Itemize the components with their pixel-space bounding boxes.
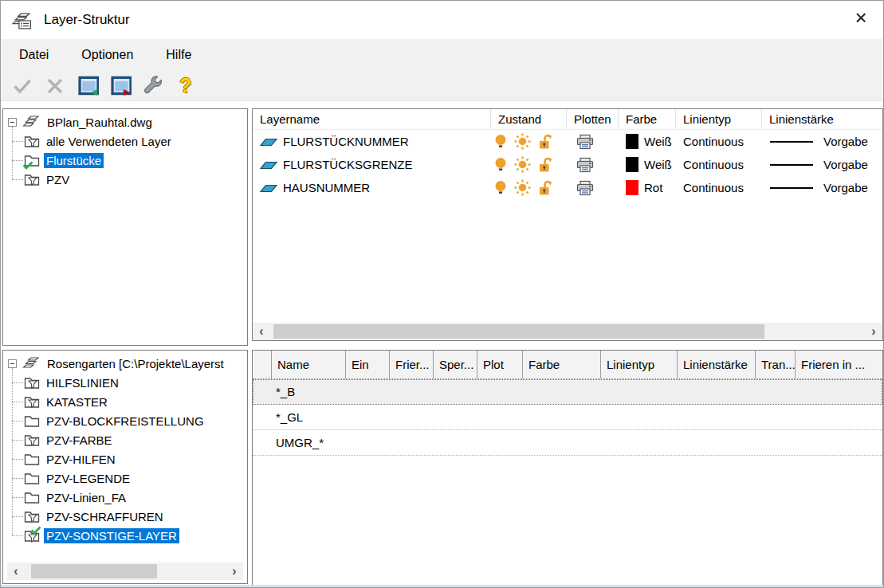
- apply-button[interactable]: [12, 76, 33, 96]
- collapse-toggle-icon[interactable]: [8, 118, 17, 127]
- filter-table-panel: Name Ein Frier... Sper... Plot Farbe Lin…: [252, 350, 883, 586]
- folder-filter-check-icon: [24, 529, 40, 543]
- project-tree: Rosengarten [C:\Projekte\Layerst HILFSLI…: [3, 351, 247, 545]
- menu-optionen[interactable]: Optionen: [69, 43, 145, 67]
- tree-item-pzv[interactable]: PZV: [3, 170, 247, 189]
- lock-open-icon[interactable]: [538, 157, 553, 173]
- lock-open-icon[interactable]: [538, 134, 553, 150]
- column-header-frieren[interactable]: Frier...: [390, 351, 434, 378]
- column-header-name[interactable]: Name: [272, 351, 346, 378]
- layer-row[interactable]: FLURSTÜCKNUMMER Weiß Continuous Vorgabe: [253, 130, 882, 153]
- layer-row[interactable]: FLURSTÜCKSGRENZE Weiß Continuous Vorgabe: [253, 153, 882, 176]
- filter-row[interactable]: UMGR_*: [253, 430, 882, 456]
- scrollbar-track[interactable]: [270, 323, 865, 340]
- printer-icon[interactable]: [576, 134, 594, 150]
- column-header-layername[interactable]: Layername: [253, 109, 491, 129]
- tree-item-pzv-blockfreistellung[interactable]: PZV-BLOCKFREISTELLUNG: [3, 411, 247, 430]
- tree-item-pzv-farbe[interactable]: PZV-FARBE: [3, 430, 247, 449]
- scroll-right-icon[interactable]: ›: [865, 323, 882, 340]
- folder-icon: [24, 472, 40, 485]
- menu-datei[interactable]: Datei: [7, 43, 61, 67]
- project-tree-hscrollbar[interactable]: ‹ ›: [7, 563, 243, 580]
- tree-root-project[interactable]: Rosengarten [C:\Projekte\Layerst: [3, 354, 247, 373]
- color-swatch[interactable]: [626, 180, 638, 195]
- color-swatch[interactable]: [626, 134, 638, 149]
- lock-open-icon[interactable]: [538, 180, 553, 196]
- menu-hilfe[interactable]: Hilfe: [154, 43, 203, 67]
- tree-item-label[interactable]: PZV-SCHRAFFUREN: [44, 509, 166, 524]
- transfer-right-button[interactable]: [110, 76, 131, 96]
- column-header-linienstaerke[interactable]: Linienstärke: [762, 109, 882, 129]
- tree-item-alle-verwendeten-layer[interactable]: alle Verwendeten Layer: [3, 131, 247, 151]
- tree-root-label[interactable]: BPlan_Rauhtal.dwg: [45, 115, 155, 130]
- tree-item-label[interactable]: PZV-Linien_FA: [44, 490, 128, 505]
- scrollbar-track[interactable]: [25, 563, 226, 580]
- tree-item-label[interactable]: Flurstücke: [44, 153, 104, 168]
- column-header-linientyp[interactable]: Linientyp: [676, 109, 762, 129]
- folder-filter-icon: [24, 173, 40, 186]
- linetype-value[interactable]: Continuous: [683, 181, 744, 194]
- settings-button[interactable]: [143, 76, 163, 96]
- tree-item-label[interactable]: KATASTER: [44, 394, 110, 410]
- cancel-button[interactable]: [45, 76, 65, 96]
- scrollbar-thumb[interactable]: [273, 324, 764, 339]
- tree-root-label[interactable]: Rosengarten [C:\Projekte\Layerst: [45, 356, 226, 371]
- column-header-zustand[interactable]: Zustand: [491, 109, 567, 129]
- scrollbar-thumb[interactable]: [31, 564, 157, 578]
- printer-icon[interactable]: [576, 157, 594, 173]
- collapse-toggle-icon[interactable]: [8, 359, 17, 368]
- tree-item-label[interactable]: PZV-BLOCKFREISTELLUNG: [44, 414, 206, 429]
- color-swatch[interactable]: [626, 157, 638, 172]
- linetype-value[interactable]: Continuous: [683, 158, 744, 171]
- tree-item-label[interactable]: PZV-LEGENDE: [44, 471, 132, 486]
- tree-item-label[interactable]: PZV-HILFEN: [44, 452, 118, 467]
- column-header-farbe[interactable]: Farbe: [523, 351, 601, 378]
- tree-item-label[interactable]: PZV: [44, 172, 72, 187]
- column-header-transparenz[interactable]: Tran...: [756, 351, 796, 378]
- sun-on-icon[interactable]: [514, 133, 531, 150]
- column-header-plotten[interactable]: Plotten: [567, 109, 619, 129]
- column-header-linientyp[interactable]: Linientyp: [601, 351, 678, 378]
- tree-item-pzv-schraffuren[interactable]: PZV-SCHRAFFUREN: [3, 507, 247, 526]
- column-header-selector[interactable]: [253, 351, 272, 378]
- column-header-sperren[interactable]: Sper...: [434, 351, 477, 378]
- column-header-plot[interactable]: Plot: [477, 351, 523, 378]
- printer-icon[interactable]: [576, 180, 594, 196]
- sun-on-icon[interactable]: [514, 179, 531, 196]
- bulb-on-icon[interactable]: [494, 180, 507, 196]
- tree-item-pzv-sonstige-layer[interactable]: PZV-SONSTIGE-LAYER: [3, 526, 247, 545]
- transfer-left-button[interactable]: [77, 76, 98, 96]
- bulb-on-icon[interactable]: [494, 157, 507, 173]
- tree-item-label[interactable]: HILFSLINIEN: [44, 375, 121, 390]
- lineweight-value[interactable]: Vorgabe: [823, 135, 868, 148]
- column-header-farbe[interactable]: Farbe: [619, 109, 676, 129]
- tree-item-pzv-linien-fa[interactable]: PZV-Linien_FA: [3, 488, 247, 507]
- layer-row[interactable]: HAUSNUMMER Rot Continuous Vorgabe: [253, 176, 882, 199]
- tree-item-label[interactable]: PZV-FARBE: [44, 433, 115, 448]
- bulb-on-icon[interactable]: [494, 134, 507, 150]
- sun-on-icon[interactable]: [514, 156, 531, 173]
- tree-item-pzv-hilfen[interactable]: PZV-HILFEN: [3, 449, 247, 468]
- column-header-ein[interactable]: Ein: [346, 351, 390, 378]
- filter-row[interactable]: *_GL: [253, 405, 882, 430]
- tree-item-kataster[interactable]: KATASTER: [3, 392, 247, 411]
- filter-name: UMGR_*: [276, 436, 324, 449]
- filter-row[interactable]: *_B: [253, 379, 882, 405]
- lineweight-value[interactable]: Vorgabe: [823, 158, 868, 171]
- linetype-value[interactable]: Continuous: [683, 135, 744, 148]
- help-button[interactable]: ?: [175, 76, 196, 96]
- tree-item-flurstuecke[interactable]: Flurstücke: [3, 151, 247, 170]
- tree-root-drawing[interactable]: BPlan_Rauhtal.dwg: [3, 112, 247, 131]
- scroll-left-icon[interactable]: ‹: [7, 563, 25, 580]
- layer-table-hscrollbar[interactable]: ‹ ›: [253, 323, 882, 340]
- tree-item-pzv-legende[interactable]: PZV-LEGENDE: [3, 468, 247, 488]
- tree-item-label[interactable]: alle Verwendeten Layer: [44, 134, 174, 149]
- column-header-frieren-in[interactable]: Frieren in ...: [796, 351, 882, 378]
- tree-item-label[interactable]: PZV-SONSTIGE-LAYER: [44, 528, 179, 543]
- lineweight-value[interactable]: Vorgabe: [823, 181, 868, 194]
- column-header-linienstaerke[interactable]: Linienstärke: [678, 351, 756, 378]
- tree-item-hilfslinien[interactable]: HILFSLINIEN: [3, 373, 247, 392]
- scroll-right-icon[interactable]: ›: [226, 563, 243, 580]
- scroll-left-icon[interactable]: ‹: [253, 323, 270, 340]
- close-button[interactable]: ×: [839, 1, 883, 34]
